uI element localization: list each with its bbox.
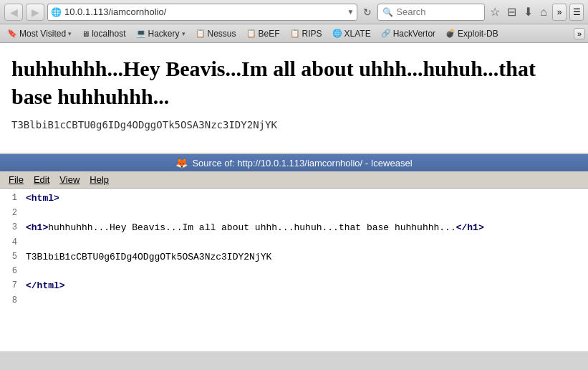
line-number: 3 bbox=[6, 221, 17, 236]
bookmark-icon-rips: 📋 bbox=[290, 29, 300, 38]
source-line: 8 bbox=[6, 294, 582, 308]
line-number: 7 bbox=[6, 279, 17, 294]
line-content: <html> bbox=[26, 191, 59, 207]
bookmarks-more-button[interactable]: » bbox=[574, 28, 585, 39]
address-dropdown[interactable]: ▼ bbox=[347, 8, 354, 16]
forward-button[interactable]: ▶ bbox=[26, 4, 44, 21]
source-lines: 1 <html> 2 3 <h1>huhhuhhh...Hey Beavis..… bbox=[6, 191, 582, 308]
bookmarks-bar: 🔖 Most Visited ▾ 🖥 localhost 💻 Hackery ▾… bbox=[0, 24, 588, 43]
home-button[interactable]: ⌂ bbox=[538, 4, 549, 20]
bookmark-beef[interactable]: 📋 BeEF bbox=[242, 27, 284, 40]
address-bar: 🌐 ▼ bbox=[47, 4, 357, 21]
bookmark-icon-nessus: 📋 bbox=[196, 29, 206, 38]
source-line: 7 </html> bbox=[6, 279, 582, 294]
bookmark-label: Nessus bbox=[208, 29, 236, 39]
page-heading: huhhuhhh...Hey Beavis...Im all about uhh… bbox=[11, 54, 577, 110]
line-content: <h1>huhhuhhh...Hey Beavis...Im all about… bbox=[26, 221, 484, 236]
more-button[interactable]: » bbox=[552, 4, 567, 21]
bookmark-icon-most-visited: 🔖 bbox=[7, 29, 17, 38]
line-content: </html> bbox=[26, 279, 65, 294]
search-bar: 🔍 bbox=[377, 4, 485, 21]
source-header: 🦊 Source of: http://10.0.1.113/iamcornho… bbox=[0, 154, 588, 171]
bookmark-arrow: ▾ bbox=[68, 30, 72, 37]
reload-button[interactable]: ↻ bbox=[360, 5, 375, 19]
bookmark-icon-hackery: 💻 bbox=[136, 29, 146, 38]
navigation-bar: ◀ ▶ 🌐 ▼ ↻ 🔍 ☆ ⊟ ⬇ ⌂ » ☰ bbox=[0, 0, 588, 24]
source-line: 1 <html> bbox=[6, 191, 582, 207]
line-number: 6 bbox=[6, 265, 17, 279]
bookmark-hackvertor[interactable]: 🔗 HackVertor bbox=[377, 27, 440, 40]
bookmark-label: Exploit-DB bbox=[458, 29, 498, 39]
search-input[interactable] bbox=[396, 6, 468, 17]
source-line: 5 T3BlbiB1cCBTU0g6IDg4ODggOTk5OSA3Nzc3ID… bbox=[6, 250, 582, 265]
menu-help[interactable]: Help bbox=[85, 173, 113, 186]
bookmark-localhost[interactable]: 🖥 localhost bbox=[77, 27, 130, 40]
page-content: huhhuhhh...Hey Beavis...Im all about uhh… bbox=[0, 43, 588, 154]
bookmark-xlate[interactable]: 🌐 XLATE bbox=[328, 27, 375, 40]
source-code-area[interactable]: 1 <html> 2 3 <h1>huhhuhhh...Hey Beavis..… bbox=[0, 189, 588, 351]
source-view: 🦊 Source of: http://10.0.1.113/iamcornho… bbox=[0, 154, 588, 351]
line-number: 8 bbox=[6, 294, 17, 308]
source-title: Source of: http://10.0.1.113/iamcornholi… bbox=[192, 158, 412, 169]
source-header-icon: 🦊 bbox=[175, 157, 188, 169]
bookmark-rips[interactable]: 📋 RIPS bbox=[286, 27, 327, 40]
address-input[interactable] bbox=[64, 6, 344, 17]
bookmark-icon-xlate: 🌐 bbox=[332, 29, 342, 38]
favicon: 🌐 bbox=[51, 7, 62, 17]
back-button[interactable]: ◀ bbox=[4, 4, 23, 21]
bookmark-icon-localhost: 🖥 bbox=[82, 29, 90, 38]
bookmark-label: Hackery bbox=[148, 29, 180, 39]
source-menu-bar: File Edit View Help bbox=[0, 171, 588, 189]
bookmark-label: Most Visited bbox=[19, 29, 66, 39]
bookmark-exploit-db[interactable]: 💣 Exploit-DB bbox=[441, 27, 503, 40]
bookmark-label: XLATE bbox=[344, 29, 371, 39]
line-number: 4 bbox=[6, 236, 17, 250]
line-number: 5 bbox=[6, 250, 17, 265]
star-button[interactable]: ☆ bbox=[488, 4, 502, 20]
bookmark-icon-hackvertor: 🔗 bbox=[381, 29, 391, 38]
menu-view[interactable]: View bbox=[55, 173, 84, 186]
page-text: T3BlbiB1cCBTU0g6IDg4ODggOTk5OSA3Nzc3IDY2… bbox=[11, 119, 577, 131]
bookmark-hackery[interactable]: 💻 Hackery ▾ bbox=[132, 27, 190, 40]
bookmark-nessus[interactable]: 📋 Nessus bbox=[191, 27, 241, 40]
bookmark-label: RIPS bbox=[302, 29, 322, 39]
bookmark-label: localhost bbox=[92, 29, 125, 39]
bookmark-button[interactable]: ⊟ bbox=[505, 4, 519, 20]
line-number: 1 bbox=[6, 191, 17, 207]
menu-button[interactable]: ☰ bbox=[569, 4, 584, 21]
source-line: 3 <h1>huhhuhhh...Hey Beavis...Im all abo… bbox=[6, 221, 582, 236]
menu-edit[interactable]: Edit bbox=[29, 173, 54, 186]
bookmark-icon-exploit-db: 💣 bbox=[445, 29, 456, 38]
source-line: 2 bbox=[6, 207, 582, 221]
bookmark-most-visited[interactable]: 🔖 Most Visited ▾ bbox=[3, 27, 76, 40]
bookmark-label: BeEF bbox=[259, 29, 280, 39]
line-number: 2 bbox=[6, 207, 17, 221]
download-button[interactable]: ⬇ bbox=[521, 4, 535, 20]
bookmark-arrow: ▾ bbox=[182, 30, 185, 37]
line-content: T3BlbiB1cCBTU0g6IDg4ODggOTk5OSA3Nzc3IDY2… bbox=[26, 250, 271, 265]
search-icon: 🔍 bbox=[382, 7, 393, 17]
bookmark-label: HackVertor bbox=[393, 29, 435, 39]
bookmark-icon-beef: 📋 bbox=[246, 29, 256, 38]
menu-file[interactable]: File bbox=[4, 173, 28, 186]
source-line: 4 bbox=[6, 236, 582, 250]
source-line: 6 bbox=[6, 265, 582, 279]
